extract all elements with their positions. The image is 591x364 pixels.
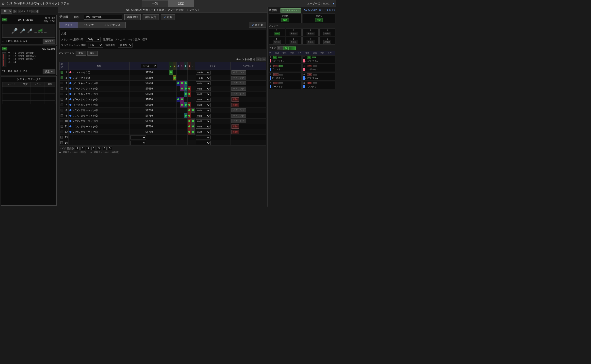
action-cell-1[interactable]: ペアリング xyxy=(230,70,266,75)
toggle-on[interactable]: ON xyxy=(283,46,288,50)
checkbox-7[interactable] xyxy=(61,104,63,106)
gain-select-2[interactable]: +6 dB xyxy=(196,76,211,80)
standby-select[interactable]: 30分 xyxy=(86,37,100,42)
action-cell-5[interactable]: ペアリング xyxy=(230,91,266,97)
action-cell-2[interactable]: ペアリング xyxy=(230,75,266,81)
checkbox-6[interactable] xyxy=(61,98,63,101)
checkbox-5[interactable] xyxy=(61,93,63,95)
action-cell-9[interactable]: ペアリング xyxy=(230,113,266,119)
tab-maintenance[interactable]: メンテナンス xyxy=(99,22,126,28)
update-btn[interactable]: ↺ ↺ 更新 xyxy=(249,22,266,28)
pairing-btn-8[interactable]: ペアリング xyxy=(231,108,246,112)
gain-select-5[interactable]: 0 dB xyxy=(196,92,211,96)
gain-select-11[interactable]: 0 dB xyxy=(196,125,211,129)
open-btn[interactable]: 開く xyxy=(87,51,98,56)
image-btn[interactable]: 画像登録 xyxy=(124,14,141,20)
user-dropdown-icon[interactable]: ▼ xyxy=(333,2,334,5)
check-cell-11[interactable] xyxy=(60,124,64,129)
status-link[interactable]: WX-SR200A ステータス >> xyxy=(304,8,335,13)
toggle-off[interactable]: OFF xyxy=(277,46,283,50)
gain-select-1[interactable]: +3 dB xyxy=(196,71,211,75)
delete-btn-6[interactable]: 削除 xyxy=(231,97,239,102)
action-cell-4[interactable]: ペアリング xyxy=(230,86,266,91)
pairing-btn-2[interactable]: ペアリング xyxy=(231,76,246,80)
receiver-name-input[interactable] xyxy=(84,15,122,20)
action-cell-10[interactable]: ペアリング xyxy=(230,119,266,124)
check-cell-2[interactable] xyxy=(60,75,64,81)
gain-select-7[interactable]: 0 dB xyxy=(196,103,211,107)
action-cell-8[interactable]: ペアリング xyxy=(230,108,266,113)
checkbox-2[interactable] xyxy=(61,76,63,79)
checkbox-1[interactable] xyxy=(61,71,63,74)
nav-last[interactable]: >| xyxy=(35,10,39,13)
auth-btn[interactable]: 認証設定 xyxy=(143,14,159,20)
checkbox-3[interactable] xyxy=(61,82,63,84)
action-cell-7[interactable]: 削除 xyxy=(230,102,266,108)
checkbox-10[interactable] xyxy=(61,120,63,122)
pairing-btn-9[interactable]: ペアリング xyxy=(231,114,246,118)
delete-btn-7[interactable]: 削除 xyxy=(231,103,239,107)
gain-select-6[interactable]: 0 dB xyxy=(196,98,211,102)
check-cell-8[interactable] xyxy=(60,108,64,113)
nav-prev[interactable]: < xyxy=(18,10,21,13)
call-priority-select[interactable]: 後優先 xyxy=(118,43,132,47)
model-select[interactable]: モデル xyxy=(141,64,157,68)
nav-first[interactable]: |< xyxy=(13,10,17,13)
tab-mic[interactable]: マイク xyxy=(59,22,78,28)
gain-select-4[interactable]: 0 dB xyxy=(196,87,211,91)
channel-nav-left[interactable]: < xyxy=(256,58,261,61)
checkbox-9[interactable] xyxy=(61,114,63,117)
check-cell-7[interactable] xyxy=(60,102,64,108)
pairing-btn-10[interactable]: ペアリング xyxy=(231,119,246,123)
action-cell-3[interactable]: ペアリング xyxy=(230,81,266,86)
nav-next[interactable]: > xyxy=(31,10,34,13)
checkbox-14[interactable] xyxy=(60,141,63,144)
refresh-btn-top[interactable]: ↺ 更新 xyxy=(161,14,175,20)
dot-filled xyxy=(192,125,194,127)
action-cell-6[interactable]: 削除 xyxy=(230,97,266,102)
tab-list[interactable]: 一覧 xyxy=(142,0,168,7)
delete-btn-11[interactable]: 削除 xyxy=(231,124,239,129)
tab-antenna[interactable]: アンテナ xyxy=(78,22,99,28)
channel-nav-right[interactable]: > xyxy=(262,58,266,61)
mic-status-item-7: 7 OFF グースネッ… xyxy=(269,81,302,89)
gain-select-8[interactable]: 0 dB xyxy=(196,108,211,112)
check-cell-3[interactable] xyxy=(60,81,64,86)
model-select-14[interactable] xyxy=(130,141,146,145)
check-cell-9[interactable] xyxy=(60,113,64,119)
recv-unit-name-main: 受信機 xyxy=(270,15,301,18)
multi-session-select[interactable]: ON xyxy=(88,43,103,47)
checkbox-13[interactable] xyxy=(60,136,63,138)
check-cell-4[interactable] xyxy=(60,86,64,91)
tab-settings[interactable]: 設定 xyxy=(168,0,194,7)
save-btn[interactable]: 保存 xyxy=(76,51,86,56)
gain-select-3[interactable]: 0 dB xyxy=(196,81,211,85)
action-cell-12[interactable]: 削除 xyxy=(230,129,266,135)
check-cell-5[interactable] xyxy=(60,91,64,97)
action-cell-11[interactable]: 削除 xyxy=(230,124,266,129)
checkbox-4[interactable] xyxy=(61,87,63,90)
gain-select-13[interactable] xyxy=(196,136,211,139)
check-cell-10[interactable] xyxy=(60,119,64,124)
pairing-btn-4[interactable]: ペアリング xyxy=(231,87,246,91)
check-cell-6[interactable] xyxy=(60,97,64,102)
settings-btn-sr200a[interactable]: 設定 >> xyxy=(43,39,55,44)
settings-btn-sz600[interactable]: 設定 >> xyxy=(43,69,55,74)
gear-icon[interactable]: ⚙ xyxy=(2,1,4,6)
checkbox-12[interactable] xyxy=(61,131,63,133)
checkbox-8[interactable] xyxy=(61,109,63,111)
gain-select-12[interactable]: 0 dB xyxy=(196,130,211,134)
checkbox-11[interactable] xyxy=(61,125,63,128)
model-select-13[interactable] xyxy=(130,136,146,139)
delete-btn-12[interactable]: 削除 xyxy=(231,130,239,134)
toggle-slider[interactable] xyxy=(288,46,296,50)
all-select[interactable]: All xyxy=(1,9,12,14)
gain-select-9[interactable]: 0 dB xyxy=(196,114,211,118)
pairing-btn-5[interactable]: ペアリング xyxy=(231,92,246,96)
gain-select-10[interactable]: 0 dB xyxy=(196,119,211,123)
pairing-btn-3[interactable]: ペアリング xyxy=(231,81,246,85)
check-cell-1[interactable] xyxy=(60,70,64,75)
check-cell-12[interactable] xyxy=(60,129,64,135)
gain-select-14[interactable] xyxy=(196,141,211,145)
pairing-btn-1[interactable]: ペアリング xyxy=(231,70,246,75)
